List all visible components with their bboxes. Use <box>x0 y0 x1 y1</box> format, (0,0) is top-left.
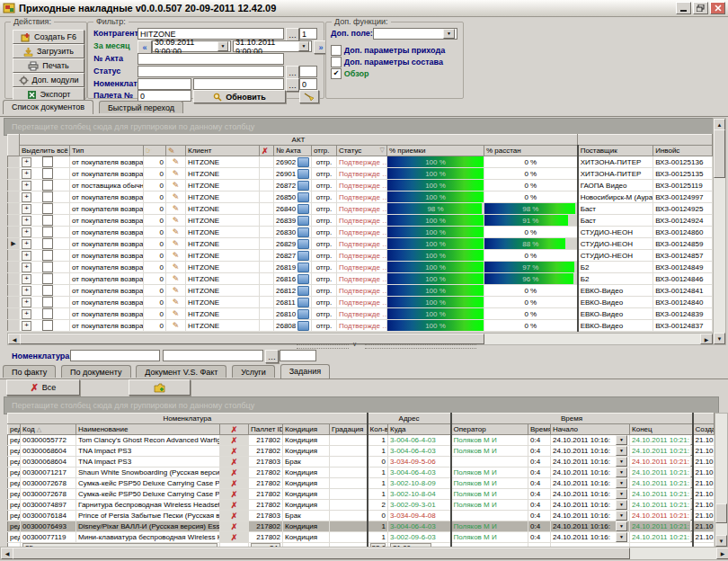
start-cell[interactable]: 24.10.2011 10:16:▼ <box>551 468 630 478</box>
col-act-no[interactable]: № Акта <box>274 146 312 156</box>
end-cell[interactable]: 24.10.2011 10:21:▼ <box>630 457 693 468</box>
start-dropdown-icon[interactable]: ▼ <box>616 446 627 456</box>
start-dropdown-icon[interactable]: ▼ <box>616 521 627 531</box>
start-dropdown-icon[interactable]: ▼ <box>616 457 627 467</box>
date-to-field[interactable]: 31.10.2011 9:00:00▼ <box>233 40 312 52</box>
delete-cell[interactable]: ✗ <box>220 489 249 500</box>
act-row[interactable]: ▶+от покупателя возврат0✎HITZONE26829отг… <box>8 238 713 250</box>
delete-cell[interactable]: ✗ <box>220 511 249 521</box>
delete-icon[interactable]: ✗ <box>231 512 238 521</box>
acts-vscrollbar[interactable]: ▲ ▼ <box>713 118 726 345</box>
act-row[interactable]: +от покупателя возврат0✎HITZONE26816отгр… <box>8 273 713 285</box>
end-cell[interactable]: 24.10.2011 10:21:▼ <box>630 489 693 500</box>
delete-icon[interactable]: ✗ <box>231 436 238 445</box>
act-row[interactable]: +от покупателя возврат0✎HITZONE26827отгр… <box>8 250 713 262</box>
row-checkbox[interactable] <box>42 308 53 319</box>
edit-cell[interactable]: ✎ <box>166 250 186 262</box>
act-card-icon[interactable] <box>297 286 309 296</box>
pencil-icon[interactable]: ✎ <box>173 274 180 283</box>
act-card-icon[interactable] <box>297 274 309 284</box>
status-extra-input[interactable] <box>299 66 317 77</box>
pencil-icon[interactable]: ✎ <box>173 321 180 330</box>
start-dropdown-icon[interactable]: ▼ <box>616 489 627 499</box>
expand-icon[interactable]: + <box>22 227 31 237</box>
folder-action-button[interactable] <box>129 379 191 396</box>
row-checkbox[interactable] <box>42 203 53 214</box>
row-checkbox[interactable] <box>42 250 53 261</box>
act-card-icon[interactable] <box>297 263 309 272</box>
nomenclature-extra-input[interactable] <box>280 350 316 361</box>
col-invoice[interactable]: Инвойс <box>653 146 713 156</box>
act-card-icon[interactable] <box>297 157 309 167</box>
pencil-icon[interactable]: ✎ <box>173 204 180 213</box>
task-row[interactable]: ред00300076493Disney/Pixar ВАЛЛ-И (Русск… <box>8 521 715 532</box>
task-row[interactable]: ред00300068604TNA Impact PS3✗217803Брак0… <box>8 457 715 468</box>
task-row[interactable]: ред00300074897Гарнитура беспроводная Wir… <box>8 500 715 511</box>
task-row[interactable]: ред00300055772Tom Clancy's Ghost Recon A… <box>8 435 715 446</box>
start-cell[interactable]: 24.10.2011 10:16:▼ <box>551 478 630 489</box>
delete-cell[interactable]: ✗ <box>220 500 249 511</box>
edit-cell[interactable]: ✎ <box>166 203 186 215</box>
col-delete[interactable]: ✗ <box>260 146 274 156</box>
act-row[interactable]: +от покупателя возврат0✎HITZONE26901отгр… <box>8 168 713 180</box>
edit-cell[interactable]: ✎ <box>166 238 186 250</box>
task-row[interactable]: ред00300072678Сумка-кейс PSP50 Deluxe Ca… <box>8 478 715 489</box>
nomen-extra-input[interactable] <box>299 78 317 90</box>
edit-link-cell[interactable]: ред <box>8 457 21 468</box>
edit-link-cell[interactable]: ред <box>8 468 21 478</box>
expand-icon[interactable]: + <box>22 251 31 261</box>
restore-button[interactable] <box>693 2 708 14</box>
col-hand[interactable]: ☞ <box>144 146 166 156</box>
load-button[interactable]: Загрузить <box>13 44 84 58</box>
task-row[interactable]: ред00300077119Мини-клавиатура беспроводн… <box>8 532 715 543</box>
delete-cell[interactable]: ✗ <box>220 521 249 532</box>
end-cell[interactable]: 24.10.2011 10:21:▼ <box>630 500 693 511</box>
start-dropdown-icon[interactable]: ▼ <box>616 435 627 445</box>
tasks-vscrollbar[interactable]: ▼ <box>715 413 728 548</box>
edit-cell[interactable]: ✎ <box>166 285 186 297</box>
splitter-collapse-icon[interactable]: ∨ <box>352 341 357 348</box>
edit-cell[interactable]: ✎ <box>166 180 186 191</box>
checkbox-box-checked[interactable]: ✔ <box>331 68 342 79</box>
expand-icon[interactable]: + <box>22 286 31 296</box>
act-card-icon[interactable] <box>297 298 309 307</box>
col-client[interactable]: Клиент <box>186 146 260 156</box>
pencil-icon[interactable]: ✎ <box>173 286 180 295</box>
col-shipped[interactable]: отгр. <box>312 146 337 156</box>
act-row[interactable]: +от покупателя возврат0✎HITZONE26839отгр… <box>8 215 713 227</box>
row-checkbox[interactable] <box>42 238 53 249</box>
checkbox-extra-content[interactable]: Доп. параметры состава <box>331 57 443 67</box>
expand-icon[interactable]: + <box>22 298 31 307</box>
checkbox-overview[interactable]: ✔ Обзор <box>331 68 368 79</box>
end-cell[interactable]: 24.10.2011 10:21:▼ <box>630 468 693 478</box>
pencil-icon[interactable]: ✎ <box>173 192 180 201</box>
edit-cell[interactable]: ✎ <box>166 273 186 285</box>
edit-cell[interactable]: ✎ <box>166 320 186 332</box>
nomenclature-input2[interactable] <box>163 350 263 361</box>
edit-cell[interactable]: ✎ <box>166 156 186 168</box>
pencil-icon[interactable]: ✎ <box>173 169 180 178</box>
end-cell[interactable]: 24.10.2011 10:21:▼ <box>630 521 693 532</box>
col-time[interactable]: Время <box>528 424 551 435</box>
edit-cell[interactable]: ✎ <box>166 191 186 203</box>
row-checkbox[interactable] <box>42 262 53 272</box>
act-card-icon[interactable] <box>297 227 309 237</box>
checkbox-extra-arrival[interactable]: Доп. параметры прихода <box>331 45 445 56</box>
col-edit[interactable]: ✎ <box>166 146 186 156</box>
delete-cell[interactable]: ✗ <box>220 532 249 543</box>
act-card-icon[interactable] <box>297 251 309 261</box>
row-checkbox[interactable] <box>42 273 53 284</box>
col-operator[interactable]: Оператор <box>451 424 528 435</box>
extra-field-select[interactable]: ▼ <box>373 28 457 40</box>
start-cell[interactable]: 24.10.2011 10:16:▼ <box>551 457 630 468</box>
expand-icon[interactable]: + <box>22 157 31 167</box>
nomen-input2[interactable] <box>193 78 284 90</box>
tab-by-fact[interactable]: По факту <box>3 365 56 378</box>
pencil-icon[interactable]: ✎ <box>173 263 180 272</box>
row-checkbox[interactable] <box>42 180 53 191</box>
start-dropdown-icon[interactable]: ▼ <box>616 511 627 521</box>
all-button[interactable]: ✗ Все <box>6 379 80 396</box>
scroll-right-icon[interactable]: ▶ <box>716 548 728 559</box>
delete-cell[interactable]: ✗ <box>220 446 249 457</box>
act-row[interactable]: +от покупателя возврат0✎HITZONE26808отгр… <box>8 320 713 332</box>
